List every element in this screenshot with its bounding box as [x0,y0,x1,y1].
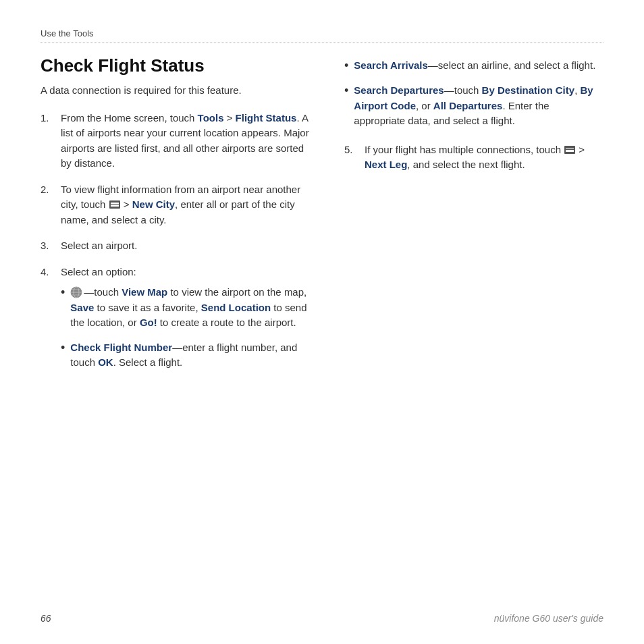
page-container: Use the Tools Check Flight Status A data… [0,0,644,644]
view-map-link: View Map [122,286,167,298]
step-3: Select an airport. [41,238,317,254]
option-globe: —touch View Map to view the airport on t… [61,285,317,331]
go-link: Go! [140,317,157,328]
next-leg-link: Next Leg [365,159,407,170]
page-title: Check Flight Status [41,55,317,76]
step-5-num: 5. [344,142,359,173]
left-column: Check Flight Status A data connection is… [41,55,317,391]
step-2-content: To view flight information from an airpo… [61,182,317,228]
footer: 66 nüvifone G60 user's guide [41,613,603,624]
option-globe-content: —touch View Map to view the airport on t… [70,285,317,331]
breadcrumb: Use the Tools [41,27,603,43]
ok-link: OK [98,356,113,368]
step-2: To view flight information from an airpo… [41,182,317,228]
step-5-content: If your flight has multiple connections,… [365,142,601,173]
globe-icon [70,286,82,298]
search-arrivals-content: Search Arrivals—select an airline, and s… [354,58,595,74]
all-departures-link: All Departures [433,100,503,111]
search-departures-item: Search Departures—touch By Destination C… [344,83,601,129]
check-flight-number-link: Check Flight Number [70,342,172,353]
step-3-content: Select an airport. [61,238,317,254]
page-subtitle: A data connection is required for this f… [41,83,317,99]
search-departures-link: Search Departures [354,84,444,96]
menu-icon-step2 [109,200,120,209]
send-location-link: Send Location [201,302,271,313]
right-column: Search Arrivals—select an airline, and s… [344,55,601,391]
tools-link: Tools [198,112,224,124]
search-departures-content: Search Departures—touch By Destination C… [354,83,601,129]
menu-icon-step5 [564,146,575,154]
flight-status-link: Flight Status [236,112,297,124]
options-list: —touch View Map to view the airport on t… [61,285,317,371]
option-check-flight: Check Flight Number—enter a flight numbe… [61,340,317,371]
search-arrivals-item: Search Arrivals—select an airline, and s… [344,58,601,74]
steps-list: From the Home screen, touch Tools > Flig… [41,111,317,380]
brand-text: nüvifone G60 user's guide [494,613,603,624]
breadcrumb-text: Use the Tools [41,28,94,38]
search-arrivals-link: Search Arrivals [354,59,428,71]
by-destination-city-link: By Destination City [482,84,575,96]
new-city-link: New City [132,198,175,210]
save-link: Save [70,302,94,313]
option-check-flight-content: Check Flight Number—enter a flight numbe… [70,340,317,371]
step-4-content: Select an option: [61,265,317,380]
page-number: 66 [41,613,51,624]
step-5: 5. If your flight has multiple connectio… [344,142,601,173]
step-1: From the Home screen, touch Tools > Flig… [41,111,317,171]
step-4: Select an option: [41,265,317,380]
step-1-content: From the Home screen, touch Tools > Flig… [61,111,317,171]
content-columns: Check Flight Status A data connection is… [41,55,603,391]
right-bullets-list: Search Arrivals—select an airline, and s… [344,58,601,129]
